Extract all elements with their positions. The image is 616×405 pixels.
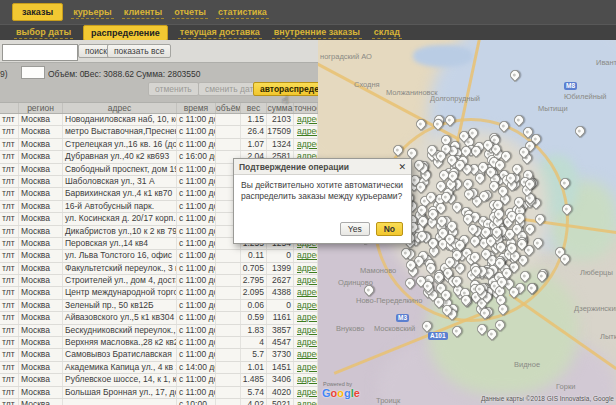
cell-address: Факультетский переулок., 3 кв195 <box>63 263 177 274</box>
address-link[interactable]: адрес <box>294 337 318 348</box>
address-link[interactable]: адрес <box>294 387 318 398</box>
cell-time: с 11:00 до 18 <box>177 139 216 150</box>
mini-input[interactable] <box>21 66 45 79</box>
cell-address: Шаболовская ул., 31 А <box>63 176 177 187</box>
nav-tab-клиенты[interactable]: клиенты <box>122 6 164 19</box>
dialog-buttons: Yes No <box>340 222 403 236</box>
table-row[interactable]: тлтМоскваБольшая Бронная ул., 17, до 18:… <box>0 387 318 399</box>
nav-tab-курьеры[interactable]: курьеры <box>71 6 114 19</box>
address-link[interactable]: адрес <box>294 139 318 150</box>
table-row[interactable]: тлтМоскваул. Льва Толстого 16, офисс 11:… <box>0 250 318 262</box>
table-row[interactable]: тлтМоскваНоводаниловская наб, 10, корпус… <box>0 114 318 126</box>
cell-region: Москва <box>19 387 63 398</box>
no-button[interactable]: No <box>376 222 403 236</box>
cell-weight: 0.11 <box>241 250 267 261</box>
cell-region: Москва <box>19 213 63 224</box>
subnav-tab-внутренние заказы[interactable]: внутренние заказы <box>272 26 362 39</box>
address-link[interactable]: адрес <box>294 312 318 323</box>
address-link[interactable]: адрес <box>294 250 318 261</box>
table-row[interactable]: тлтМоскваАкадемика Капица ул., 4 кв 142с… <box>0 362 318 374</box>
column-header: объём <box>216 103 241 113</box>
column-header: время <box>177 103 216 113</box>
table-row[interactable]: тлтМоскваБескудниковский переулок., 8 кв… <box>0 325 318 337</box>
map-city-label: Видное <box>514 360 540 369</box>
table-row[interactable]: тлтМоскваФакультетский переулок., 3 кв19… <box>0 263 318 275</box>
table-row[interactable]: тлтМоскваметро Выставочная,Пресненская н… <box>0 126 318 138</box>
cell-time: с 16:00 до по <box>177 151 216 162</box>
cell-volume <box>216 349 241 360</box>
nav-tab-отчеты[interactable]: отчеты <box>172 6 208 19</box>
cell-address: Самовывоз Братиславская <box>63 349 177 360</box>
cell-address: Свободный проспект, дом 19, кв10 <box>63 164 177 175</box>
cell-sum: 4547 <box>267 337 294 348</box>
cancel-button[interactable]: отменить <box>148 82 199 96</box>
address-link[interactable]: адрес <box>294 114 318 125</box>
subnav-tab-выбор даты[interactable]: выбор даты <box>14 26 73 39</box>
cell-sum: 0 <box>267 250 294 261</box>
cell-sum: 2627 <box>267 275 294 286</box>
table-row[interactable]: тлтМоскваСамовывоз Братиславскаяс 11:00 … <box>0 349 318 361</box>
close-icon[interactable]: ✕ <box>398 162 406 172</box>
subnav-tab-распределение[interactable]: распределение <box>83 25 168 41</box>
cell-weight: 1.83 <box>241 325 267 336</box>
column-header <box>0 103 19 113</box>
road-badge: А101 <box>428 332 448 340</box>
cell-sum: 1324 <box>267 139 294 150</box>
totals-row: 9) Объём: 0 Вес: 3088.62 Сумма: 2803550 <box>0 63 318 81</box>
address-link[interactable]: адрес <box>294 275 318 286</box>
cell-region: Москва <box>19 349 63 360</box>
cell-client: тлт <box>0 164 19 175</box>
cell-weight: 26.4 <box>241 126 267 137</box>
cell-weight: 4.02 <box>241 399 267 405</box>
cell-sum: 1161 <box>267 312 294 323</box>
table-row[interactable]: тлтМоскваРублевское шоссе, 14, к 1, кв 2… <box>0 374 318 386</box>
nav-tab-заказы[interactable]: заказы <box>12 3 63 21</box>
cell-weight: 0.705 <box>241 263 267 274</box>
address-link[interactable]: адрес <box>294 325 318 336</box>
address-link[interactable]: адрес <box>294 300 318 311</box>
address-link[interactable]: адрес <box>294 362 318 373</box>
address-link[interactable]: адрес <box>294 287 318 298</box>
cell-address: Строителей ул., дом 4, доставка 12 <box>63 275 177 286</box>
yes-button[interactable]: Yes <box>340 222 370 236</box>
address-link[interactable]: адрес <box>294 349 318 360</box>
cell-address: Перовская ул.,14 кв4 <box>63 238 177 249</box>
table-row[interactable]: тлтМосквас 10:004.025021адрес <box>0 399 318 405</box>
map-city-label: Юбилейный <box>564 92 607 101</box>
cell-volume <box>216 300 241 311</box>
autodistribute-button[interactable]: автораспределение <box>253 82 318 96</box>
cell-weight: 5.74 <box>241 387 267 398</box>
cell-client: тлт <box>0 349 19 360</box>
cell-sum: 2103 <box>267 114 294 125</box>
subnav-tab-склад[interactable]: склад <box>372 26 402 39</box>
selected-counter: 9) <box>0 69 8 79</box>
cell-address: Бескудниковский переулок., 8 кв4 1 <box>63 325 177 336</box>
cell-region: Москва <box>19 139 63 150</box>
subnav-tab-текущая доставка[interactable]: текущая доставка <box>178 26 262 39</box>
cell-volume <box>216 263 241 274</box>
cell-sum: 3857 <box>267 325 294 336</box>
table-row[interactable]: тлтМоскваСтроителей ул., дом 4, доставка… <box>0 275 318 287</box>
show-all-button[interactable]: показать все <box>107 44 171 58</box>
cell-address: Верхняя масловка.,28 к2 кв25 <box>63 337 177 348</box>
table-row[interactable]: тлтМоскваВерхняя масловка.,28 к2 кв25с 1… <box>0 337 318 349</box>
cell-time: с 11:00 до 18 <box>177 201 216 212</box>
cell-address: метро Выставочная,Пресненская наб <box>63 126 177 137</box>
cell-time: с 11:00 до 18 <box>177 188 216 199</box>
secondary-nav: выбор датыраспределениетекущая доставкав… <box>0 24 616 40</box>
address-link[interactable]: адрес <box>294 399 318 405</box>
table-row[interactable]: тлтМоскваЦентр международной торговли, К… <box>0 287 318 299</box>
table-row[interactable]: тлтМоскваСтрелецкая ул.,16 кв. 16 (до 14… <box>0 139 318 151</box>
nav-tab-статистика[interactable]: статистика <box>216 6 269 19</box>
address-link[interactable]: адрес <box>294 374 318 385</box>
logo-letter: e <box>354 387 360 399</box>
cell-weight: 0.06 <box>241 300 267 311</box>
address-link[interactable]: адрес <box>294 126 318 137</box>
table-row[interactable]: тлтМоскваЗеленый пр., 50 кв12Бс 11:00 до… <box>0 300 318 312</box>
map-attribution: Данные карты ©2018 GIS Innovatsia, Googl… <box>481 395 614 402</box>
map-city-label: Московский <box>374 324 415 333</box>
address-link[interactable]: адрес <box>294 263 318 274</box>
table-header: регионадресвремяобъёмвессумматочност <box>0 102 318 114</box>
table-row[interactable]: тлтМоскваАйвазовского ул.,5 к1 кв304с 11… <box>0 312 318 324</box>
search-input[interactable] <box>2 44 78 61</box>
